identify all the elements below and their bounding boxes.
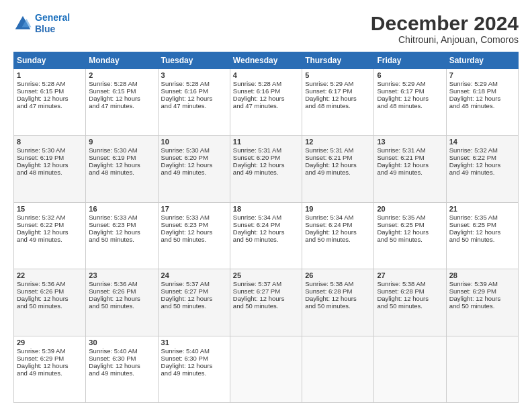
table-row: 2 Sunrise: 5:28 AM Sunset: 6:15 PM Dayli… xyxy=(86,69,158,136)
daylight-label: Daylight: 12 hours xyxy=(89,295,140,302)
daylight-label: Daylight: 12 hours xyxy=(89,95,140,102)
daylight-label: Daylight: 12 hours xyxy=(305,228,357,236)
page-title: December 2024 xyxy=(371,12,519,34)
table-row: 18 Sunrise: 5:34 AM Sunset: 6:24 PM Dayl… xyxy=(230,202,302,269)
daylight-minutes: and 49 minutes. xyxy=(305,169,351,176)
daylight-label: Daylight: 12 hours xyxy=(305,95,357,102)
day-number: 15 xyxy=(17,205,83,213)
table-row: 14 Sunrise: 5:32 AM Sunset: 6:22 PM Dayl… xyxy=(446,136,518,202)
daylight-label: Daylight: 12 hours xyxy=(161,95,213,102)
table-row: 19 Sunrise: 5:34 AM Sunset: 6:24 PM Dayl… xyxy=(302,202,374,269)
daylight-minutes: and 50 minutes. xyxy=(161,236,207,243)
calendar-table: Sunday Monday Tuesday Wednesday Thursday… xyxy=(13,52,519,403)
table-row: 8 Sunrise: 5:30 AM Sunset: 6:19 PM Dayli… xyxy=(14,136,86,202)
daylight-minutes: and 50 minutes. xyxy=(377,302,423,310)
day-number: 24 xyxy=(161,271,227,279)
daylight-minutes: and 48 minutes. xyxy=(305,102,351,109)
daylight-minutes: and 49 minutes. xyxy=(161,369,207,377)
daylight-label: Daylight: 12 hours xyxy=(161,362,213,369)
col-wednesday: Wednesday xyxy=(230,52,302,69)
sunrise-label: Sunrise: 5:30 AM xyxy=(161,146,210,154)
page-subtitle: Chitrouni, Anjouan, Comoros xyxy=(371,34,519,45)
table-row: 4 Sunrise: 5:28 AM Sunset: 6:16 PM Dayli… xyxy=(230,69,302,136)
sunrise-label: Sunrise: 5:37 AM xyxy=(233,280,281,287)
day-number: 21 xyxy=(449,205,515,213)
daylight-label: Daylight: 12 hours xyxy=(17,295,69,302)
calendar-week-row: 15 Sunrise: 5:32 AM Sunset: 6:22 PM Dayl… xyxy=(14,202,519,269)
sunrise-label: Sunrise: 5:40 AM xyxy=(89,347,137,355)
sunrise-label: Sunrise: 5:35 AM xyxy=(377,214,425,221)
col-thursday: Thursday xyxy=(302,52,374,69)
daylight-minutes: and 47 minutes. xyxy=(233,102,279,109)
daylight-minutes: and 50 minutes. xyxy=(17,302,62,310)
day-number: 10 xyxy=(161,138,227,146)
sunset-label: Sunset: 6:26 PM xyxy=(89,287,136,295)
sunset-label: Sunset: 6:22 PM xyxy=(449,154,496,161)
daylight-minutes: and 50 minutes. xyxy=(161,302,207,310)
sunset-label: Sunset: 6:17 PM xyxy=(305,87,352,95)
sunset-label: Sunset: 6:25 PM xyxy=(449,221,496,228)
sunset-label: Sunset: 6:15 PM xyxy=(89,87,136,95)
daylight-minutes: and 49 minutes. xyxy=(233,169,279,176)
day-number: 14 xyxy=(449,138,515,146)
day-number: 29 xyxy=(17,338,83,347)
sunset-label: Sunset: 6:17 PM xyxy=(377,87,424,95)
day-number: 9 xyxy=(89,138,154,146)
calendar-week-row: 29 Sunrise: 5:39 AM Sunset: 6:29 PM Dayl… xyxy=(14,336,519,402)
day-number: 30 xyxy=(89,338,154,347)
day-number: 27 xyxy=(377,271,443,279)
sunset-label: Sunset: 6:19 PM xyxy=(17,154,64,161)
table-row: 20 Sunrise: 5:35 AM Sunset: 6:25 PM Dayl… xyxy=(374,202,446,269)
table-row: 3 Sunrise: 5:28 AM Sunset: 6:16 PM Dayli… xyxy=(158,69,230,136)
day-number: 18 xyxy=(233,205,299,213)
daylight-minutes: and 50 minutes. xyxy=(89,302,134,310)
daylight-minutes: and 50 minutes. xyxy=(305,302,351,310)
day-number: 31 xyxy=(161,338,227,347)
daylight-label: Daylight: 12 hours xyxy=(449,95,501,102)
day-number: 19 xyxy=(305,205,371,213)
daylight-label: Daylight: 12 hours xyxy=(305,161,357,169)
daylight-minutes: and 49 minutes. xyxy=(161,169,207,176)
day-number: 7 xyxy=(449,71,515,79)
sunset-label: Sunset: 6:18 PM xyxy=(449,87,496,95)
table-row: 9 Sunrise: 5:30 AM Sunset: 6:19 PM Dayli… xyxy=(86,136,158,202)
day-number: 6 xyxy=(377,71,443,79)
sunset-label: Sunset: 6:15 PM xyxy=(17,87,64,95)
daylight-label: Daylight: 12 hours xyxy=(449,161,501,169)
daylight-label: Daylight: 12 hours xyxy=(377,295,429,302)
sunset-label: Sunset: 6:30 PM xyxy=(89,355,136,362)
daylight-label: Daylight: 12 hours xyxy=(233,228,285,236)
sunset-label: Sunset: 6:27 PM xyxy=(233,287,280,295)
sunset-label: Sunset: 6:27 PM xyxy=(161,287,208,295)
day-number: 28 xyxy=(449,271,515,279)
col-saturday: Saturday xyxy=(446,52,518,69)
sunrise-label: Sunrise: 5:33 AM xyxy=(161,214,210,221)
sunset-label: Sunset: 6:23 PM xyxy=(161,221,208,228)
logo-icon xyxy=(13,14,32,33)
daylight-label: Daylight: 12 hours xyxy=(89,362,140,369)
day-number: 20 xyxy=(377,205,443,213)
day-number: 5 xyxy=(305,71,371,79)
sunset-label: Sunset: 6:24 PM xyxy=(305,221,352,228)
sunset-label: Sunset: 6:28 PM xyxy=(305,287,352,295)
daylight-minutes: and 49 minutes. xyxy=(17,369,62,377)
daylight-minutes: and 47 minutes. xyxy=(89,102,134,109)
daylight-minutes: and 50 minutes. xyxy=(233,302,279,310)
col-sunday: Sunday xyxy=(14,52,86,69)
sunset-label: Sunset: 6:21 PM xyxy=(377,154,424,161)
table-row: 24 Sunrise: 5:37 AM Sunset: 6:27 PM Dayl… xyxy=(158,269,230,336)
daylight-label: Daylight: 12 hours xyxy=(233,295,285,302)
sunset-label: Sunset: 6:30 PM xyxy=(161,355,208,362)
sunset-label: Sunset: 6:19 PM xyxy=(89,154,136,161)
calendar-week-row: 8 Sunrise: 5:30 AM Sunset: 6:19 PM Dayli… xyxy=(14,136,519,202)
sunset-label: Sunset: 6:25 PM xyxy=(377,221,424,228)
sunrise-label: Sunrise: 5:29 AM xyxy=(377,80,425,87)
table-row: 10 Sunrise: 5:30 AM Sunset: 6:20 PM Dayl… xyxy=(158,136,230,202)
daylight-label: Daylight: 12 hours xyxy=(89,228,140,236)
calendar-week-row: 22 Sunrise: 5:36 AM Sunset: 6:26 PM Dayl… xyxy=(14,269,519,336)
table-row: 17 Sunrise: 5:33 AM Sunset: 6:23 PM Dayl… xyxy=(158,202,230,269)
day-number: 23 xyxy=(89,271,154,279)
table-row: 11 Sunrise: 5:31 AM Sunset: 6:20 PM Dayl… xyxy=(230,136,302,202)
daylight-minutes: and 49 minutes. xyxy=(17,236,62,243)
sunrise-label: Sunrise: 5:28 AM xyxy=(17,80,65,87)
